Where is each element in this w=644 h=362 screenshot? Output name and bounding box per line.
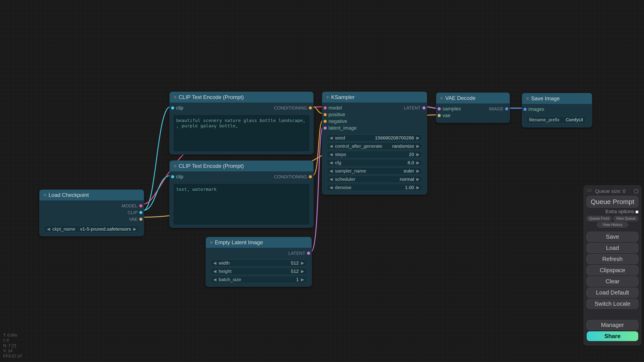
- sched-label: scheduler: [335, 177, 355, 182]
- out-latent: LATENT: [404, 105, 420, 111]
- node-ksampler[interactable]: KSampler model LATENT positive negative …: [322, 92, 427, 195]
- ckpt-value: v1-5-pruned.safetensors: [80, 226, 131, 232]
- share-button[interactable]: Share: [586, 331, 638, 341]
- out-latent: LATENT: [288, 251, 305, 256]
- node-clip-negative[interactable]: CLIP Text Encode (Prompt) clip CONDITION…: [170, 160, 314, 228]
- filename-prefix-widget[interactable]: filename_prefix ComfyUI: [526, 116, 586, 124]
- in-negative: negative: [328, 118, 347, 124]
- drag-handle-icon[interactable]: [587, 189, 592, 192]
- prompt-textarea[interactable]: text, watermark: [174, 184, 309, 224]
- port-image-icon[interactable]: [524, 108, 526, 111]
- stats-overlay: T: 0.00s I: 0 N: 7 [7] V: 14 FPS:57.47: [3, 333, 22, 359]
- steps-label: steps: [335, 152, 346, 157]
- in-images: images: [528, 106, 544, 112]
- node-empty-latent[interactable]: Empty Latent Image LATENT ◀width512▶ ◀he…: [206, 237, 312, 287]
- view-queue-button[interactable]: View Queue: [613, 216, 638, 221]
- extra-options-checkbox[interactable]: [636, 211, 638, 213]
- port-cond-icon[interactable]: [309, 175, 312, 178]
- port-model-icon[interactable]: [139, 204, 142, 207]
- batch-label: batch_size: [219, 277, 241, 282]
- port-cond-icon[interactable]: [309, 106, 312, 109]
- control-panel[interactable]: Queue size: 0 Queue Prompt Extra options…: [584, 185, 641, 345]
- port-latent-icon[interactable]: [307, 252, 310, 255]
- extra-options-label: Extra options: [605, 209, 634, 214]
- gear-icon[interactable]: [634, 189, 638, 194]
- in-samples: samples: [442, 106, 461, 112]
- node-load-checkpoint[interactable]: Load Checkpoint MODEL CLIP VAE ◀ ckpt_na…: [39, 189, 144, 236]
- port-image-icon[interactable]: [505, 107, 508, 110]
- sampler-label: sampler_name: [335, 168, 366, 174]
- cfg-label: cfg: [335, 160, 341, 165]
- out-image: IMAGE: [489, 106, 503, 111]
- node-title[interactable]: VAE Decode: [436, 93, 510, 104]
- node-title[interactable]: Load Checkpoint: [40, 190, 144, 201]
- port-latent-icon[interactable]: [438, 107, 441, 110]
- prefix-value: ComfyUI: [566, 117, 583, 122]
- steps-widget[interactable]: ◀steps20▶: [326, 151, 423, 158]
- sched-value: normal: [400, 177, 414, 182]
- out-vae: VAE: [129, 217, 138, 222]
- node-clip-positive[interactable]: CLIP Text Encode (Prompt) clip CONDITION…: [170, 92, 314, 154]
- chevron-left-icon: ◀: [47, 227, 50, 232]
- in-clip: clip: [176, 105, 183, 111]
- stat-v: V: 14: [3, 348, 22, 354]
- port-latent-icon[interactable]: [324, 126, 327, 130]
- scheduler-widget[interactable]: ◀schedulernormal▶: [326, 176, 423, 183]
- port-latent-icon[interactable]: [422, 106, 426, 109]
- port-clip-icon[interactable]: [139, 211, 142, 214]
- node-title[interactable]: Empty Latent Image: [206, 237, 312, 248]
- node-save-image[interactable]: Save Image images filename_prefix ComfyU…: [522, 93, 592, 127]
- in-model: model: [328, 105, 342, 111]
- node-title[interactable]: CLIP Text Encode (Prompt): [170, 161, 313, 172]
- width-widget[interactable]: ◀width512▶: [210, 259, 308, 267]
- port-clip-icon[interactable]: [171, 175, 174, 178]
- ckpt-label: ckpt_name: [52, 226, 75, 232]
- batch-value: 1: [296, 277, 299, 282]
- stat-n: N: 7 [7]: [3, 343, 22, 348]
- port-vae-icon[interactable]: [139, 218, 142, 221]
- refresh-button[interactable]: Refresh: [586, 254, 638, 264]
- cfg-widget[interactable]: ◀cfg8.0▶: [326, 159, 423, 166]
- ckpt-name-widget[interactable]: ◀ ckpt_name v1-5-pruned.safetensors ▶: [44, 225, 140, 233]
- seed-widget[interactable]: ◀seed156680208700286▶: [326, 134, 423, 141]
- denoise-value: 1.00: [405, 185, 414, 190]
- load-default-button[interactable]: Load Default: [586, 288, 638, 298]
- port-cond-icon[interactable]: [324, 120, 327, 123]
- prompt-textarea[interactable]: beautiful scenery nature glass bottle la…: [174, 115, 309, 151]
- denoise-label: denoise: [335, 185, 352, 190]
- view-history-button[interactable]: View History: [597, 222, 628, 228]
- prefix-label: filename_prefix: [529, 117, 560, 122]
- height-widget[interactable]: ◀height512▶: [210, 268, 308, 275]
- node-title[interactable]: CLIP Text Encode (Prompt): [170, 92, 313, 103]
- manager-button[interactable]: Manager: [586, 320, 638, 330]
- switch-locale-button[interactable]: Switch Locale: [586, 299, 638, 309]
- extra-options-row: Extra options: [586, 209, 638, 215]
- cag-value: randomize: [392, 143, 414, 149]
- port-model-icon[interactable]: [324, 106, 327, 109]
- save-button[interactable]: Save: [586, 232, 638, 242]
- out-model: MODEL: [122, 203, 138, 209]
- node-title[interactable]: KSampler: [322, 92, 427, 103]
- port-cond-icon[interactable]: [324, 113, 327, 116]
- height-label: height: [219, 269, 232, 274]
- queue-prompt-button[interactable]: Queue Prompt: [586, 196, 638, 208]
- port-clip-icon[interactable]: [171, 106, 174, 109]
- clipspace-button[interactable]: Clipspace: [586, 265, 638, 275]
- queue-size-label: Queue size: 0: [586, 188, 634, 194]
- stat-t: T: 0.00s: [3, 333, 22, 338]
- seed-value: 156680208700286: [375, 135, 414, 141]
- in-positive: positive: [328, 112, 345, 117]
- clear-button[interactable]: Clear: [586, 276, 638, 287]
- batch-widget[interactable]: ◀batch_size1▶: [210, 276, 308, 283]
- out-conditioning: CONDITIONING: [274, 105, 307, 111]
- queue-front-button[interactable]: Queue Front: [586, 216, 612, 221]
- node-title[interactable]: Save Image: [522, 93, 592, 104]
- port-vae-icon[interactable]: [438, 114, 441, 117]
- node-vae-decode[interactable]: VAE Decode samples IMAGE vae: [436, 92, 510, 123]
- in-vae: vae: [442, 113, 450, 118]
- load-button[interactable]: Load: [586, 243, 638, 253]
- sampler-widget[interactable]: ◀sampler_nameeuler▶: [326, 167, 423, 175]
- cag-widget[interactable]: ◀control_after_generaterandomize▶: [326, 143, 423, 150]
- seed-label: seed: [335, 135, 345, 141]
- denoise-widget[interactable]: ◀denoise1.00▶: [326, 184, 423, 191]
